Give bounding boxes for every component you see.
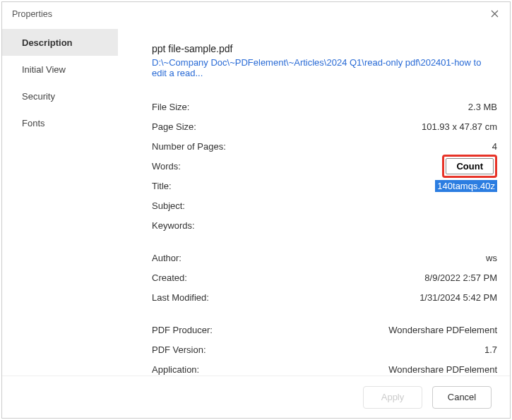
file-name: ppt file-sample.pdf <box>152 43 497 54</box>
sidebar-item-label: Initial View <box>22 64 66 75</box>
value-title[interactable]: 140tamqs.40z <box>435 180 497 192</box>
row-producer: PDF Producer: Wondershare PDFelement <box>152 320 497 340</box>
sidebar-item-label: Security <box>22 91 55 102</box>
value-modified: 1/31/2024 5:42 PM <box>419 292 497 303</box>
sidebar-item-label: Fonts <box>22 118 45 128</box>
sidebar-item-initial-view[interactable]: Initial View <box>2 56 118 83</box>
row-pages: Number of Pages: 4 <box>152 136 497 156</box>
sidebar: Description Initial View Security Fonts <box>2 26 118 376</box>
value-producer: Wondershare PDFelement <box>388 325 497 335</box>
row-modified: Last Modified: 1/31/2024 5:42 PM <box>152 287 497 307</box>
value-page-size: 101.93 x 47.87 cm <box>422 121 497 132</box>
row-version: PDF Version: 1.7 <box>152 340 497 359</box>
value-author[interactable]: ws <box>486 253 497 263</box>
sidebar-item-fonts[interactable]: Fonts <box>2 109 118 136</box>
titlebar: Properties <box>2 2 510 26</box>
label-producer: PDF Producer: <box>152 325 213 335</box>
label-created: Created: <box>152 272 187 283</box>
value-created: 8/9/2022 2:57 PM <box>424 272 497 283</box>
sidebar-item-description[interactable]: Description <box>2 29 118 56</box>
apply-button: Apply <box>363 386 422 409</box>
count-highlight-box: Count <box>442 155 497 178</box>
label-subject: Subject: <box>152 200 185 211</box>
label-file-size: File Size: <box>152 102 189 112</box>
label-application: Application: <box>152 364 199 375</box>
row-author: Author: ws <box>152 248 497 268</box>
row-application: Application: Wondershare PDFelement <box>152 359 497 376</box>
window-title: Properties <box>12 9 52 19</box>
close-button[interactable] <box>487 7 501 21</box>
row-words: Words: Count <box>152 156 497 176</box>
label-pages: Number of Pages: <box>152 141 226 152</box>
label-version: PDF Version: <box>152 344 206 355</box>
cancel-button[interactable]: Cancel <box>432 386 492 409</box>
dialog-footer: Apply Cancel <box>2 376 510 418</box>
row-keywords: Keywords: <box>152 215 497 235</box>
label-words: Words: <box>152 161 181 172</box>
label-keywords: Keywords: <box>152 220 195 231</box>
close-icon <box>491 10 499 18</box>
label-author: Author: <box>152 253 181 263</box>
label-modified: Last Modified: <box>152 292 209 303</box>
row-subject: Subject: <box>152 196 497 215</box>
spacer <box>152 235 497 248</box>
file-path-link[interactable]: D:\~Company Doc\~PDFelement\~Articles\20… <box>152 57 497 78</box>
spacer <box>152 307 497 320</box>
dialog-body: Description Initial View Security Fonts … <box>2 26 510 376</box>
label-page-size: Page Size: <box>152 121 196 132</box>
count-button[interactable]: Count <box>446 158 494 174</box>
row-title: Title: 140tamqs.40z <box>152 176 497 196</box>
value-pages: 4 <box>492 141 497 152</box>
sidebar-item-label: Description <box>22 37 73 48</box>
value-version: 1.7 <box>484 344 497 355</box>
row-created: Created: 8/9/2022 2:57 PM <box>152 268 497 287</box>
label-title: Title: <box>152 181 172 191</box>
row-page-size: Page Size: 101.93 x 47.87 cm <box>152 116 497 136</box>
properties-dialog: Properties Description Initial View Secu… <box>1 1 511 419</box>
value-application: Wondershare PDFelement <box>388 364 497 375</box>
row-file-size: File Size: 2.3 MB <box>152 97 497 116</box>
main-panel: ppt file-sample.pdf D:\~Company Doc\~PDF… <box>118 26 510 376</box>
sidebar-item-security[interactable]: Security <box>2 83 118 109</box>
value-file-size: 2.3 MB <box>468 102 497 112</box>
